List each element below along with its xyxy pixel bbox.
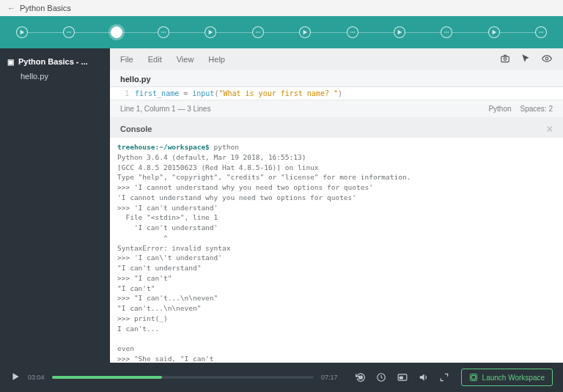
- svg-rect-23: [501, 56, 509, 62]
- code-line-1: first_name = input("What is your first n…: [135, 89, 342, 97]
- sidebar-file[interactable]: hello.py: [0, 69, 110, 84]
- volume-icon[interactable]: [419, 372, 429, 382]
- svg-point-24: [504, 58, 507, 61]
- svg-point-1: [67, 32, 68, 33]
- code-editor[interactable]: 1 first_name = input("What is your first…: [110, 87, 563, 100]
- step-3-current[interactable]: [111, 26, 122, 38]
- svg-point-10: [259, 32, 260, 33]
- menu-file[interactable]: File: [120, 55, 133, 64]
- folder-label: Python Basics - ...: [18, 57, 88, 66]
- language-mode[interactable]: Python: [488, 105, 511, 113]
- editor-panel: File Edit View Help hello.py 1 first_nam…: [110, 48, 563, 363]
- svg-point-12: [350, 32, 351, 33]
- step-11[interactable]: [488, 26, 500, 38]
- captions-icon[interactable]: cc: [397, 372, 408, 382]
- svg-rect-33: [471, 376, 475, 380]
- step-12[interactable]: [535, 26, 547, 38]
- svg-text:cc: cc: [399, 376, 402, 380]
- svg-marker-19: [492, 30, 496, 34]
- fullscreen-icon[interactable]: [439, 372, 449, 382]
- current-time: 03:04: [28, 374, 45, 381]
- step-1[interactable]: [16, 26, 28, 38]
- svg-point-6: [165, 32, 166, 33]
- menu-edit[interactable]: Edit: [148, 55, 162, 64]
- svg-point-14: [353, 32, 355, 33]
- file-tab-label: hello.py: [120, 75, 151, 84]
- svg-marker-0: [21, 30, 25, 34]
- step-7[interactable]: [299, 26, 311, 38]
- eye-icon[interactable]: [541, 53, 553, 65]
- console-title: Console: [120, 125, 152, 133]
- file-label: hello.py: [21, 72, 48, 81]
- svg-marker-15: [397, 30, 402, 34]
- svg-point-21: [540, 32, 542, 33]
- menu-help[interactable]: Help: [208, 55, 225, 64]
- svg-marker-7: [209, 30, 213, 34]
- svg-rect-32: [470, 374, 476, 381]
- menu-bar: File Edit View Help: [110, 48, 563, 70]
- file-tab[interactable]: hello.py: [110, 70, 563, 87]
- line-number: 1: [120, 89, 135, 97]
- svg-point-22: [542, 32, 544, 33]
- rewind-icon[interactable]: 10: [356, 372, 366, 382]
- svg-point-5: [163, 32, 164, 33]
- cursor-icon[interactable]: [520, 53, 531, 65]
- workspace-area: ▣ Python Basics - ... hello.py File Edit…: [0, 48, 563, 363]
- svg-point-13: [352, 32, 353, 33]
- course-progress-strip: [0, 16, 563, 48]
- svg-marker-31: [419, 374, 424, 380]
- seek-track[interactable]: [52, 376, 314, 379]
- svg-point-17: [446, 32, 447, 33]
- speed-icon[interactable]: [376, 372, 386, 382]
- step-10[interactable]: [441, 26, 452, 38]
- page-title: Python Basics: [20, 4, 71, 12]
- step-4[interactable]: [158, 26, 169, 38]
- sidebar-folder[interactable]: ▣ Python Basics - ...: [0, 54, 110, 69]
- indent-mode[interactable]: Spaces: 2: [520, 105, 553, 113]
- menu-view[interactable]: View: [177, 55, 194, 64]
- editor-status-bar: Line 1, Column 1 — 3 Lines Python Spaces…: [110, 100, 563, 117]
- svg-point-18: [448, 32, 449, 33]
- camera-icon[interactable]: [500, 53, 510, 65]
- svg-point-8: [256, 32, 257, 33]
- console-header: Console ×: [110, 117, 563, 138]
- play-button[interactable]: [10, 371, 21, 383]
- svg-point-2: [69, 32, 70, 33]
- progress-line: [16, 32, 547, 33]
- launch-label: Launch Workspace: [482, 374, 545, 382]
- svg-marker-26: [13, 373, 19, 380]
- svg-point-20: [539, 32, 540, 33]
- svg-marker-11: [303, 30, 308, 34]
- close-console-icon[interactable]: ×: [547, 123, 553, 135]
- step-8[interactable]: [347, 26, 358, 38]
- svg-point-16: [444, 32, 446, 33]
- file-tree-sidebar: ▣ Python Basics - ... hello.py: [0, 48, 110, 363]
- svg-point-4: [161, 32, 163, 33]
- back-arrow-icon[interactable]: ←: [7, 4, 15, 12]
- workspace-icon: [469, 373, 478, 382]
- seek-progress: [52, 376, 162, 379]
- console-output[interactable]: treehouse:~/workspace$ python Python 3.6…: [110, 138, 563, 363]
- step-2[interactable]: [63, 26, 75, 38]
- step-5[interactable]: [205, 26, 216, 38]
- step-6[interactable]: [252, 26, 264, 38]
- launch-workspace-button[interactable]: Launch Workspace: [461, 369, 553, 386]
- svg-point-3: [70, 32, 72, 33]
- svg-text:10: 10: [358, 376, 363, 380]
- breadcrumb-bar: ← Python Basics: [0, 0, 563, 16]
- svg-point-9: [257, 32, 259, 33]
- step-9[interactable]: [394, 26, 405, 38]
- cursor-position: Line 1, Column 1 — 3 Lines: [120, 105, 210, 113]
- folder-icon: ▣: [7, 58, 14, 66]
- total-time: 07:17: [321, 374, 338, 381]
- video-player-bar: 03:04 07:17 10 cc Launch Workspace: [0, 363, 563, 392]
- svg-point-25: [545, 57, 548, 60]
